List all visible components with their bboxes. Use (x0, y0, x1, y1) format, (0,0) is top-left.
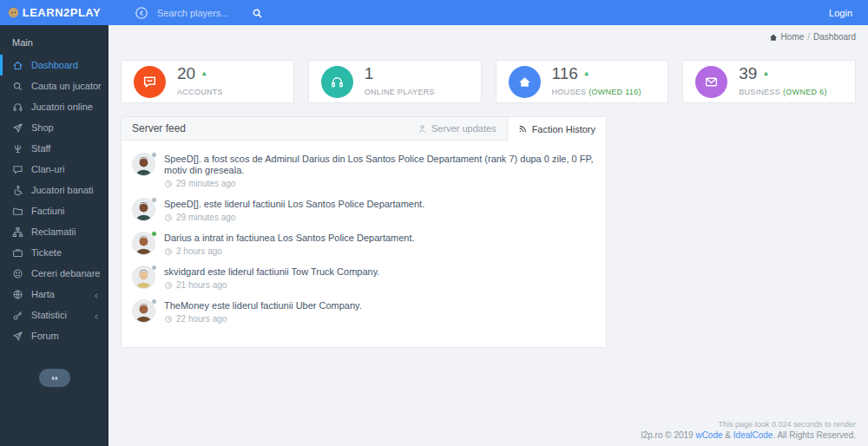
briefcase-icon (12, 247, 23, 259)
sidebar-item-harta[interactable]: Harta (0, 284, 108, 305)
content: Home / Dashboard 20▲ ACCOUNTS 1 ONLINE P… (108, 25, 868, 446)
send-icon (12, 122, 23, 134)
sidebar-item-clan-uri[interactable]: Clan-uri (0, 159, 108, 180)
player-avatar[interactable] (132, 266, 155, 289)
player-avatar[interactable] (132, 232, 155, 255)
sidebar-item-label: Dashboard (31, 60, 78, 70)
sidebar-item-label: Tickete (31, 247, 62, 258)
stat-owned: (OWNED 116) (589, 88, 641, 96)
feed-item: SpeeD[]. a fost scos de Adminul Darius d… (132, 153, 594, 188)
envelope-icon (695, 66, 727, 98)
stat-value: 116 (552, 65, 578, 82)
feed-item: Darius a intrat in factiunea Los Santos … (132, 232, 594, 256)
player-avatar[interactable] (132, 198, 155, 221)
sidebar-item-label: Statistici (31, 310, 67, 320)
sidebar-item-label: Factiuni (31, 206, 65, 216)
sidebar-item-statistici[interactable]: Statistici (0, 305, 108, 325)
stat-card-accounts: 20▲ ACCOUNTS (121, 60, 294, 103)
sidebar-item-tickete[interactable]: Tickete (0, 242, 108, 263)
feed-item: TheMoney este liderul factiunii Uber Com… (132, 299, 594, 324)
clock-icon (164, 213, 173, 222)
player-avatar[interactable] (132, 153, 155, 176)
sidebar-item-label: Shop (31, 122, 54, 133)
stat-value: 20 (177, 65, 195, 82)
sidebar-item-reclamatii[interactable]: Reclamatii (0, 221, 108, 242)
headset-icon (321, 66, 353, 98)
sidebar-section-label: Main (0, 32, 108, 55)
stat-value: 39 (739, 65, 757, 82)
sidebar-item-forum[interactable]: Forum (0, 325, 108, 346)
stat-card-houses: 116▲ HOUSES (OWNED 116) (496, 60, 669, 103)
search-icon[interactable] (252, 7, 263, 18)
sidebar-item-label: Jucatori banati (31, 185, 94, 195)
sidebar: Main Dashboard Cauta un jucator Jucatori… (0, 25, 108, 446)
feed-text: TheMoney este liderul factiunii Uber Com… (164, 299, 362, 312)
wheelchair-icon (12, 185, 23, 196)
feed-text: Darius a intrat in factiunea Los Santos … (164, 232, 415, 244)
idealcode-link[interactable]: IdealCode (733, 430, 773, 440)
tab-server-updates[interactable]: Server updates (407, 117, 507, 140)
status-dot (151, 231, 157, 237)
feed-time: 29 minutes ago (164, 213, 424, 222)
status-dot (151, 298, 157, 305)
stat-cards-row: 20▲ ACCOUNTS 1 ONLINE PLAYERS 116▲ HOUSE… (121, 60, 856, 103)
feed-item: SpeeD[]. este liderul factiunii Los Sant… (132, 198, 594, 222)
stat-label: HOUSES (552, 88, 587, 96)
rss-icon (518, 124, 528, 134)
stat-owned: (OWNED 6) (783, 88, 827, 96)
status-dot (151, 197, 157, 203)
sidebar-item-label: Reclamatii (31, 226, 76, 237)
sidebar-item-dashboard[interactable]: Dashboard (0, 55, 108, 75)
chevron-left-icon (93, 312, 100, 318)
breadcrumb-home-link[interactable]: Home (781, 32, 805, 42)
sidebar-item-label: Forum (31, 331, 59, 341)
sidebar-item-cauta-un-jucator[interactable]: Cauta un jucator (0, 75, 108, 96)
search-icon (12, 81, 23, 92)
feed-time: 29 minutes ago (164, 179, 594, 188)
wcode-link[interactable]: wCode (695, 430, 722, 440)
sidebar-item-cereri-debanare[interactable]: Cereri debanare (0, 263, 108, 284)
feed-text: SpeeD[]. este liderul factiunii Los Sant… (164, 198, 424, 210)
feed-time: 21 hours ago (164, 280, 379, 290)
home-icon (769, 33, 778, 42)
clock-icon (164, 247, 173, 256)
sidebar-item-label: Harta (31, 289, 55, 299)
search-input[interactable] (157, 8, 240, 18)
sidebar-toggle-icon[interactable] (135, 6, 148, 20)
tab-faction-history[interactable]: Faction History (507, 117, 606, 141)
feed-time-label: 29 minutes ago (176, 179, 235, 188)
home-fill-icon (509, 66, 541, 98)
logo[interactable]: LEARN2PLAY (0, 6, 108, 19)
caret-up-icon: ▲ (762, 65, 769, 82)
clock-icon (164, 180, 173, 188)
breadcrumb-current: Dashboard (813, 32, 856, 42)
clock-icon (164, 315, 173, 324)
login-button[interactable]: Login (829, 8, 852, 18)
trident-icon (12, 143, 23, 154)
user-icon (418, 124, 427, 134)
feed-time-label: 21 hours ago (176, 280, 227, 290)
status-dot (151, 152, 157, 158)
sidebar-item-staff[interactable]: Staff (0, 138, 108, 159)
feed-text: skvidgard este liderul factiunii Tow Tru… (164, 266, 379, 278)
player-avatar[interactable] (132, 299, 155, 323)
copyright-suffix: . All Rights Reserved. (773, 430, 856, 440)
stat-label: ONLINE PLAYERS (365, 88, 435, 96)
sidebar-item-jucatori-banati[interactable]: Jucatori banati (0, 180, 108, 200)
sidebar-item-shop[interactable]: Shop (0, 117, 108, 138)
chat-smile-icon (134, 66, 166, 98)
feed-item: skvidgard este liderul factiunii Tow Tru… (132, 266, 594, 290)
sidebar-collapse-button[interactable] (39, 369, 70, 387)
logo-text: LEARN2PLAY (23, 6, 101, 19)
feed-time: 22 hours ago (164, 314, 362, 324)
caret-up-icon: ▲ (583, 65, 590, 82)
sidebar-item-label: Jucatori online (31, 102, 93, 112)
sidebar-item-label: Staff (31, 143, 50, 154)
stat-value: 1 (365, 65, 374, 82)
breadcrumb-separator: / (807, 32, 810, 42)
headset-icon (12, 102, 23, 113)
sidebar-item-factiuni[interactable]: Factiuni (0, 200, 108, 221)
stat-label: ACCOUNTS (177, 88, 223, 96)
sitemap-icon (12, 226, 23, 238)
sidebar-item-jucatori-online[interactable]: Jucatori online (0, 96, 108, 117)
